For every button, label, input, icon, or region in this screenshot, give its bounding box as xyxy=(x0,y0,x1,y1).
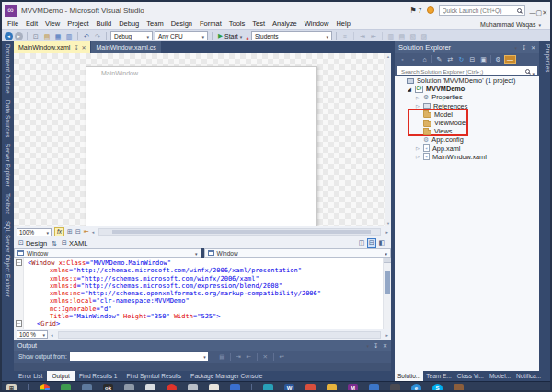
scroll-left-icon[interactable]: ◂ xyxy=(51,332,53,338)
undo-icon[interactable]: ↶ xyxy=(82,31,91,41)
panel-tab-team-e[interactable]: Team E... xyxy=(423,371,454,381)
code-line[interactable]: <Grid> xyxy=(26,320,382,328)
editor-vertical-scrollbar[interactable] xyxy=(383,258,391,329)
output-text-area[interactable] xyxy=(14,363,391,371)
taskbar-skype-icon[interactable]: S xyxy=(432,384,443,392)
taskbar-start-menu-icon[interactable]: ⊞ xyxy=(6,384,17,392)
tree-item-app-config[interactable]: ⚙App.config xyxy=(395,135,539,144)
menu-test[interactable]: Test xyxy=(248,18,269,29)
bottom-tab-find-results-1[interactable]: Find Results 1 xyxy=(75,371,122,381)
code-line[interactable]: <Window x:Class="MVVMDemo.MainWindow" xyxy=(26,259,382,267)
taskbar-app-blue-icon[interactable] xyxy=(82,384,92,392)
solution-search-input[interactable] xyxy=(399,67,523,75)
close-icon[interactable] xyxy=(383,342,387,349)
panel-tab-notifica[interactable]: Notifica... xyxy=(513,371,544,381)
go-to-previous-message-icon[interactable]: ⇤ xyxy=(245,353,253,361)
tool-tab-data-sources[interactable]: Data Sources xyxy=(5,100,11,138)
design-artboard[interactable]: MainWindow xyxy=(86,66,317,226)
xaml-designer-surface[interactable]: MainWindow ▲ ▼ xyxy=(14,53,391,226)
menu-team[interactable]: Team xyxy=(143,18,167,29)
tree-item-app-xaml[interactable]: ▷«App.xaml xyxy=(395,144,539,153)
update-badge-icon[interactable] xyxy=(427,6,434,14)
close-button[interactable]: ✕ xyxy=(542,9,547,16)
document-tab-mainwindow-xaml[interactable]: MainWindow.xaml xyxy=(14,41,90,53)
taskbar-chart-app-icon[interactable] xyxy=(209,384,219,392)
scrollbar-thumb[interactable] xyxy=(112,230,371,234)
fold-collapse-icon[interactable] xyxy=(16,320,22,327)
splitter-grip[interactable] xyxy=(384,258,391,263)
bottom-tab-package-manager-console[interactable]: Package Manager Console xyxy=(186,371,267,381)
properties-icon[interactable]: ⚙ xyxy=(493,54,503,64)
code-lines[interactable]: <Window x:Class="MVVMDemo.MainWindow"xml… xyxy=(26,259,382,329)
find-message-icon[interactable]: ▤ xyxy=(218,353,226,361)
collapse-pane-icon[interactable]: ◧ xyxy=(377,238,386,248)
new-project-icon[interactable]: ⊡ xyxy=(31,31,40,41)
pending-changes-filter-icon[interactable]: ✎ xyxy=(434,54,444,64)
breadcrumb-right-dropdown[interactable]: Window xyxy=(204,248,392,258)
save-icon[interactable]: ▦ xyxy=(53,31,63,41)
word-wrap-icon[interactable]: ↩ xyxy=(278,353,286,361)
home-icon[interactable]: ⌂ xyxy=(420,54,430,64)
window-menu-icon[interactable] xyxy=(366,342,369,349)
minimize-button[interactable]: — xyxy=(530,9,536,16)
comment-icon[interactable]: ⇥ xyxy=(358,31,367,41)
bookmark-next-icon[interactable]: ▤ xyxy=(397,31,407,41)
menu-project[interactable]: Project xyxy=(63,18,92,29)
designer-horizontal-scrollbar[interactable] xyxy=(98,228,381,236)
taskbar-app-dark-icon[interactable]: ok xyxy=(103,384,113,392)
show-all-files-icon[interactable]: — xyxy=(504,55,516,64)
configuration-dropdown[interactable]: Debug xyxy=(110,31,153,40)
save-all-icon[interactable]: ▥ xyxy=(64,31,74,41)
menu-window[interactable]: Window xyxy=(301,18,333,29)
expander-open-icon[interactable]: ◢ xyxy=(407,86,412,92)
snap-to-guides-icon[interactable]: ⇤ xyxy=(84,227,89,236)
window-menu-icon[interactable] xyxy=(514,43,517,52)
bookmark-icon[interactable]: ▥ xyxy=(386,31,396,41)
preview-selected-icon[interactable]: ▣ xyxy=(478,54,489,64)
go-to-next-message-icon[interactable]: ⇥ xyxy=(235,353,243,361)
clear-all-icon[interactable]: ✕ xyxy=(261,353,270,361)
editor-horizontal-scrollbar[interactable] xyxy=(58,331,382,339)
pin-icon[interactable] xyxy=(374,342,378,349)
taskbar-chrome-icon[interactable] xyxy=(40,384,50,392)
effects-toggle[interactable]: fx xyxy=(54,227,64,236)
editor-zoom-dropdown[interactable]: 100 % xyxy=(17,330,48,339)
taskbar-printer-icon[interactable] xyxy=(145,384,155,392)
scroll-right-icon[interactable]: ▸ xyxy=(385,332,388,338)
tree-item-solution-mvvmdemo-1-project[interactable]: Solution 'MVVMDemo' (1 project) xyxy=(395,76,539,85)
designer-vertical-scrollbar[interactable]: ▲ ▼ xyxy=(385,53,391,226)
navigate-forward-icon[interactable]: ◦ xyxy=(408,54,419,64)
bottom-tab-output[interactable]: Output xyxy=(47,371,75,381)
taskbar-word-icon[interactable]: W xyxy=(284,384,294,392)
user-account-button[interactable]: Muhammad Waqas xyxy=(480,21,548,28)
snap-to-grid-icon[interactable]: ⊟ xyxy=(75,227,81,236)
show-grid-icon[interactable]: ⊞ xyxy=(67,227,73,236)
menu-help[interactable]: Help xyxy=(332,18,353,29)
tool-tab-sql-server-object-explorer[interactable]: SQL Server Object Explorer xyxy=(5,221,11,297)
menu-debug[interactable]: Debug xyxy=(115,18,143,29)
notifications-button[interactable]: 7 xyxy=(409,6,421,15)
refresh-icon[interactable]: ↻ xyxy=(456,54,466,64)
taskbar-database-icon[interactable] xyxy=(390,384,400,392)
code-line[interactable]: xmlns="http://schemas.microsoft.com/winf… xyxy=(26,267,382,274)
designer-zoom-dropdown[interactable]: 100% xyxy=(17,228,52,236)
code-line[interactable]: xmlns:local="clr-namespace:MVVMDemo" xyxy=(26,297,382,305)
code-line[interactable]: mc:Ignorable="d" xyxy=(26,306,382,313)
taskbar-mail-icon[interactable] xyxy=(230,384,240,392)
output-source-dropdown[interactable] xyxy=(70,352,208,361)
taskbar-opera-icon[interactable] xyxy=(167,384,177,392)
scroll-right-icon[interactable]: ▸ xyxy=(385,229,388,235)
panel-tab-solutio[interactable]: Solutio... xyxy=(395,371,423,381)
breadcrumb-left-dropdown[interactable]: Window xyxy=(14,248,201,258)
scrollbar-thumb[interactable] xyxy=(385,271,390,294)
collapse-all-icon[interactable]: ⊟ xyxy=(467,54,477,64)
tree-item-mainwindow-xaml[interactable]: ▷«MainWindow.xaml xyxy=(395,153,539,161)
expander-closed-icon[interactable]: ▷ xyxy=(415,154,420,159)
navigate-back-icon[interactable]: ◄ xyxy=(5,32,13,40)
taskbar-gmail-icon[interactable]: M xyxy=(348,384,358,392)
output-panel-header[interactable]: Output xyxy=(14,340,391,351)
sync-with-active-document-icon[interactable]: ⇄ xyxy=(445,54,455,64)
find-in-code-icon[interactable]: ≡ xyxy=(340,31,350,41)
menu-format[interactable]: Format xyxy=(196,18,225,29)
menu-build[interactable]: Build xyxy=(93,18,116,29)
